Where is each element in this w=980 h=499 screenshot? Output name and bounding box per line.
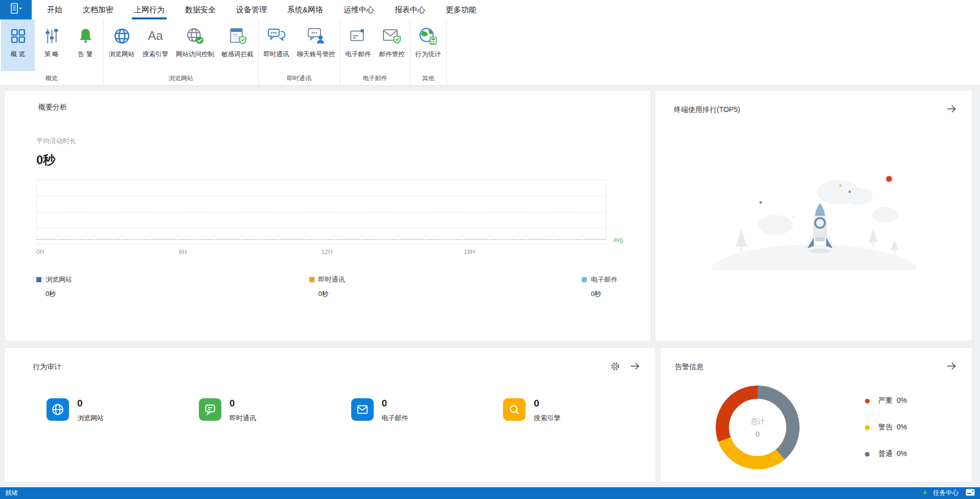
- policy-sliders-icon: [43, 25, 60, 47]
- download-arrow-icon: [921, 489, 929, 498]
- tab-doc-encryption[interactable]: 文档加密: [73, 0, 124, 19]
- ribbon-item-instant-messaging[interactable]: 即时通讯: [260, 19, 293, 71]
- ribbon-item-sensitive-word[interactable]: 敏感词拦截: [218, 19, 257, 71]
- audit-stats: 0 浏览网站 0 即时通讯: [47, 398, 655, 423]
- chart-legend: 浏览网站 0秒 即时通讯 0秒 电子邮件: [36, 275, 618, 299]
- ribbon-item-label: 电子邮件: [346, 50, 371, 59]
- ribbon-item-label: 敏感词拦截: [221, 50, 254, 59]
- alarm-legend-value: 0%: [897, 449, 907, 459]
- audit-settings-button[interactable]: [610, 361, 621, 373]
- top5-panel: 终端使用排行(TOP5): [655, 90, 972, 341]
- stat-value: 0: [534, 398, 560, 409]
- status-text: 就绪: [5, 489, 18, 497]
- ribbon-group-label: 浏览网站: [105, 71, 257, 85]
- task-center-button[interactable]: 任务中心: [921, 489, 975, 498]
- stat-value: 0: [382, 398, 408, 409]
- alarm-legend-critical[interactable]: 严重 0%: [865, 396, 907, 405]
- ribbon-item-search-engine[interactable]: Aa 搜索引擎: [139, 19, 172, 71]
- ribbon-item-label: 聊天账号管控: [297, 50, 335, 59]
- legend-item-email[interactable]: 电子邮件 0秒: [582, 275, 618, 299]
- tab-report-center[interactable]: 报表中心: [384, 0, 436, 19]
- alarm-donut-center: 总计 0: [729, 399, 786, 456]
- tab-system-network[interactable]: 系统&网络: [277, 0, 333, 19]
- top5-arrow-button[interactable]: [945, 103, 958, 117]
- tab-data-security[interactable]: 数据安全: [175, 0, 226, 19]
- alarm-arrow-button[interactable]: [945, 360, 958, 374]
- ribbon-item-overview[interactable]: 概 览: [1, 19, 35, 71]
- tab-start[interactable]: 开始: [37, 0, 73, 19]
- ribbon-group-email: 电子邮件 邮件管控 电子邮件: [340, 19, 411, 85]
- legend-swatch: [36, 277, 41, 282]
- arrow-right-icon: [945, 103, 958, 117]
- mail-icon: [351, 398, 374, 421]
- tab-internet-behavior[interactable]: 上网行为: [124, 0, 175, 19]
- chart-avg-line: [37, 239, 606, 240]
- ribbon-group-im: 即时通讯 聊天账号管控 即时通讯: [259, 19, 340, 85]
- im-chat-icon: [267, 25, 286, 47]
- ribbon-item-label: 告 警: [78, 50, 93, 59]
- legend-item-instant-messaging[interactable]: 即时通讯 0秒: [309, 275, 345, 299]
- app-menu-button[interactable]: [0, 0, 32, 19]
- stat-instant-messaging[interactable]: 0 即时通讯: [199, 398, 351, 423]
- alarm-legend-label: 严重: [878, 396, 893, 405]
- alarm-legend-normal[interactable]: 普通 0%: [865, 449, 907, 459]
- ribbon-item-behavior-stats[interactable]: 行为统计: [412, 19, 445, 71]
- legend-item-browse-website[interactable]: 浏览网站 0秒: [36, 275, 72, 299]
- ribbon-item-browse-website[interactable]: 浏览网站: [105, 19, 139, 71]
- ribbon-item-alert[interactable]: 告 警: [69, 19, 102, 71]
- dashboard-content: 概要分析 平均活动时长 0秒 avg 0H 6: [0, 86, 980, 482]
- alarm-panel: 告警信息 总计 0: [660, 347, 972, 482]
- stat-value: 0: [230, 398, 256, 409]
- ribbon-item-chat-account-control[interactable]: 聊天账号管控: [293, 19, 339, 71]
- audit-panel-title: 行为审计: [33, 362, 61, 372]
- mail-control-icon: [382, 25, 402, 47]
- chart-gridline: [37, 196, 606, 196]
- ribbon-item-label: 策 略: [44, 50, 59, 59]
- ribbon-group-other: 行为统计 其他: [411, 19, 447, 85]
- stat-value: 0: [77, 398, 104, 409]
- alarm-legend-warning[interactable]: 警告 0%: [865, 423, 907, 432]
- task-center-label: 任务中心: [933, 489, 959, 497]
- gear-icon: [610, 361, 621, 373]
- chart-avg-label: avg: [613, 236, 623, 243]
- x-tick: 0H: [36, 248, 44, 256]
- status-gap: [0, 482, 980, 487]
- legend-swatch: [582, 277, 587, 282]
- task-window-icon[interactable]: [966, 489, 975, 497]
- ribbon-item-policy[interactable]: 策 略: [35, 19, 69, 71]
- browse-globe-icon: [113, 25, 131, 47]
- alert-bell-icon: [77, 25, 94, 47]
- chart-x-axis: 0H 6H 12H 18H: [36, 247, 606, 258]
- ribbon-item-web-access-control[interactable]: 网站访问控制: [172, 19, 218, 71]
- tab-more-features[interactable]: 更多功能: [436, 0, 487, 19]
- stat-label: 即时通讯: [230, 414, 256, 423]
- stat-label: 电子邮件: [382, 414, 408, 423]
- avg-activity-duration-value: 0秒: [36, 152, 650, 168]
- empty-state-illustration: [655, 168, 972, 270]
- ribbon-group-label: 电子邮件: [341, 71, 409, 85]
- legend-value: 0秒: [591, 289, 618, 299]
- chat-icon: [199, 398, 221, 421]
- tab-ops-center[interactable]: 运维中心: [333, 0, 384, 19]
- chart-gridline: [37, 212, 606, 213]
- ribbon-item-mail-control[interactable]: 邮件管控: [375, 19, 409, 71]
- overview-grid-icon: [10, 25, 27, 47]
- legend-swatch: [309, 277, 314, 282]
- tab-label: 报表中心: [395, 5, 425, 15]
- tab-device-management[interactable]: 设备管理: [226, 0, 277, 19]
- ribbon-item-email[interactable]: 电子邮件: [341, 19, 375, 71]
- legend-value: 0秒: [318, 289, 345, 299]
- summary-panel: 概要分析 平均活动时长 0秒 avg 0H 6: [4, 90, 651, 341]
- web-access-control-icon: [186, 25, 204, 47]
- legend-dot: [865, 399, 870, 403]
- globe-icon: [47, 398, 69, 421]
- x-tick: 12H: [322, 248, 333, 256]
- stat-label: 浏览网站: [77, 414, 104, 423]
- stat-browse-website[interactable]: 0 浏览网站: [47, 398, 199, 423]
- x-tick: 6H: [179, 248, 187, 256]
- ribbon-item-label: 即时通讯: [264, 50, 289, 59]
- alarm-legend: 严重 0% 警告 0%: [865, 379, 907, 476]
- audit-arrow-button[interactable]: [629, 360, 641, 374]
- stat-email[interactable]: 0 电子邮件: [351, 398, 504, 423]
- stat-search-engine[interactable]: 0 搜索引擎: [503, 398, 655, 423]
